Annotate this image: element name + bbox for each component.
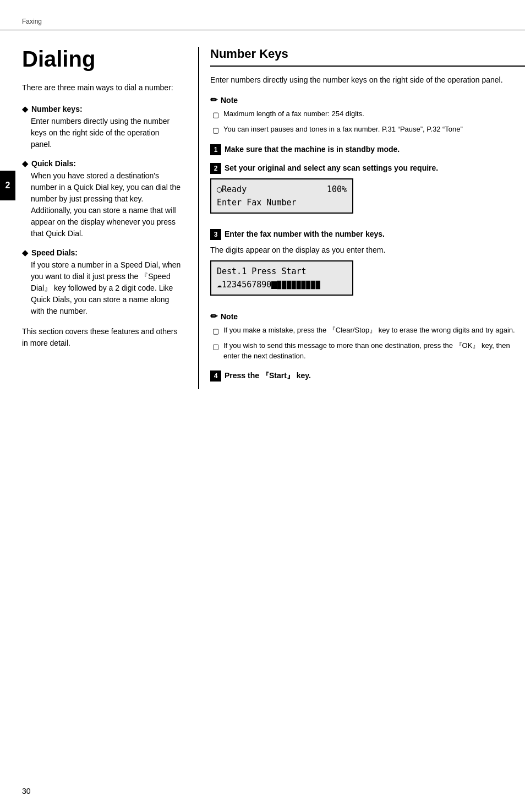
page-number: 30 (22, 787, 31, 795)
lcd-enter-fax-text: Enter Fax Number (217, 198, 297, 208)
note-icon-2: ✏ (210, 311, 217, 321)
section-quick-dials-label: Quick Dials: (31, 159, 76, 168)
diamond-icon-3: ◆ (22, 248, 28, 257)
lcd-display-2: Dest.1 Press Start ☁1234567890█████████ (210, 260, 353, 296)
right-section-intro: Enter numbers directly using the number … (210, 74, 525, 86)
bottom-left-text: This section covers these features and o… (22, 326, 182, 349)
lcd-row-1: ◯Ready 100% (217, 183, 347, 196)
note-block-2: ✏ Note ▢ If you make a mistake, press th… (210, 311, 525, 362)
lcd2-line2-text: ☁1234567890 (217, 280, 271, 290)
step-1-number: 1 (210, 144, 221, 155)
note-2-label: Note (221, 312, 238, 321)
sidebar-tab: 2 (0, 171, 15, 200)
lcd2-line1-text: Dest.1 Press Start (217, 266, 307, 276)
lcd2-row-2: ☁1234567890█████████ (217, 278, 347, 291)
section-number-keys: ◆ Number keys: Enter numbers directly us… (22, 105, 182, 150)
lcd-ready-text: ◯Ready (217, 183, 247, 196)
section-number-keys-body: Enter numbers directly using the number … (22, 116, 182, 150)
step-3-subtext: The digits appear on the display as you … (210, 244, 525, 256)
step-3-header: 3 Enter the fax number with the number k… (210, 229, 525, 240)
step-2-number: 2 (210, 163, 221, 174)
checkbox-icon-4: ▢ (212, 341, 219, 362)
left-column: Dialing There are three main ways to dia… (22, 47, 198, 389)
step-1-header: 1 Make sure that the machine is in stand… (210, 144, 525, 155)
step-2: 2 Set your original and select any scan … (210, 163, 525, 221)
step-2-text: Set your original and select any scan se… (225, 164, 438, 172)
step-2-header: 2 Set your original and select any scan … (210, 163, 525, 174)
step-4-number: 4 (210, 370, 221, 382)
breadcrumb: Faxing (0, 17, 525, 30)
note-1-item-1-text: Maximum length of a fax number: 254 digi… (223, 108, 525, 121)
step-4-header: 4 Press the 『Start』 key. (210, 370, 525, 382)
section-number-keys-label: Number keys: (31, 105, 83, 113)
note-2-item-1: ▢ If you make a mistake, press the 『Clea… (212, 325, 525, 337)
lcd-row-2: Enter Fax Number (217, 196, 347, 209)
checkbox-icon-3: ▢ (212, 326, 219, 337)
step-3-text: Enter the fax number with the number key… (225, 230, 385, 238)
lcd-percent-text: 100% (327, 183, 347, 196)
section-speed-dials: ◆ Speed Dials: If you store a number in … (22, 248, 182, 317)
intro-text: There are three main ways to dial a numb… (22, 82, 182, 94)
step-1-text: Make sure that the machine is in standby… (225, 145, 400, 154)
cursor-bar (271, 281, 277, 289)
note-2-items: ▢ If you make a mistake, press the 『Clea… (210, 325, 525, 362)
note-1-label: Note (221, 96, 238, 105)
note-2-item-2: ▢ If you wish to send this message to mo… (212, 340, 525, 362)
step-1: 1 Make sure that the machine is in stand… (210, 144, 525, 155)
section-quick-dials-title: ◆ Quick Dials: (22, 159, 182, 168)
section-quick-dials: ◆ Quick Dials: When you have stored a de… (22, 159, 182, 239)
checkbox-icon-2: ▢ (212, 125, 219, 136)
right-column: Number Keys Enter numbers directly using… (198, 47, 525, 389)
diamond-icon-2: ◆ (22, 159, 28, 168)
step-3-number: 3 (210, 229, 221, 240)
lcd2-block-chars: █████████ (277, 281, 320, 289)
note-2-title: ✏ Note (210, 311, 525, 321)
checkbox-icon-1: ▢ (212, 110, 219, 121)
note-2-item-2-text: If you wish to send this message to more… (223, 340, 525, 362)
note-1-items: ▢ Maximum length of a fax number: 254 di… (210, 108, 525, 135)
lcd2-row-1: Dest.1 Press Start (217, 265, 347, 278)
main-content: Dialing There are three main ways to dia… (0, 47, 525, 389)
page-title: Dialing (22, 47, 182, 71)
sidebar-tab-label: 2 (6, 181, 10, 190)
note-block-1: ✏ Note ▢ Maximum length of a fax number:… (210, 95, 525, 135)
section-speed-dials-label: Speed Dials: (31, 248, 78, 257)
step-4-text: Press the 『Start』 key. (225, 371, 311, 381)
step-3: 3 Enter the fax number with the number k… (210, 229, 525, 303)
step-4: 4 Press the 『Start』 key. (210, 370, 525, 382)
breadcrumb-text: Faxing (22, 18, 42, 25)
note-1-item-1: ▢ Maximum length of a fax number: 254 di… (212, 108, 525, 121)
section-quick-dials-body: When you have stored a destination's num… (22, 170, 182, 239)
note-1-title: ✏ Note (210, 95, 525, 105)
note-1-item-2: ▢ You can insert pauses and tones in a f… (212, 124, 525, 136)
section-speed-dials-title: ◆ Speed Dials: (22, 248, 182, 257)
note-icon-1: ✏ (210, 95, 217, 105)
page-wrapper: 2 Faxing Dialing There are three main wa… (0, 0, 525, 812)
right-section-title: Number Keys (210, 47, 525, 67)
section-number-keys-title: ◆ Number keys: (22, 105, 182, 113)
note-1-item-2-text: You can insert pauses and tones in a fax… (223, 124, 525, 136)
section-speed-dials-body: If you store a number in a Speed Dial, w… (22, 259, 182, 317)
diamond-icon: ◆ (22, 105, 28, 113)
page-number-text: 30 (22, 787, 31, 795)
lcd-display-1: ◯Ready 100% Enter Fax Number (210, 178, 353, 214)
note-2-item-1-text: If you make a mistake, press the 『Clear/… (223, 325, 525, 337)
